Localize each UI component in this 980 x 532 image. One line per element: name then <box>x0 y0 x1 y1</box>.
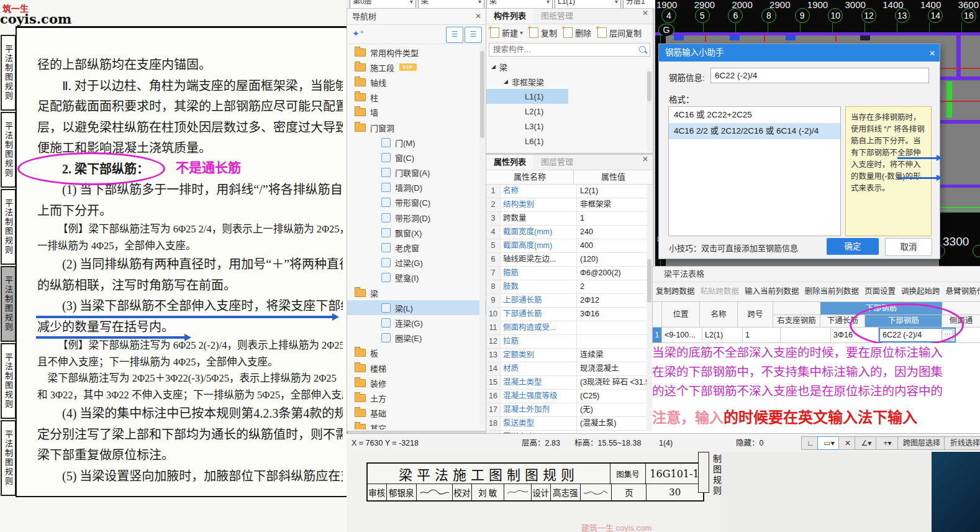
polyline-select-button[interactable]: 折线选择 <box>944 436 980 450</box>
toolbar-button[interactable]: 调换起始跨 <box>901 285 940 296</box>
search-icon[interactable] <box>639 46 646 53</box>
nav-tree-item[interactable]: 基础 <box>347 406 486 421</box>
property-row[interactable]: 2 结构类别 非框架梁 <box>486 198 653 212</box>
nav-tree-item[interactable]: 壁龛(I) <box>347 270 486 285</box>
property-row[interactable]: 12 拉筋 <box>486 335 653 349</box>
nav-tree-item[interactable]: 其它 <box>347 421 486 429</box>
document-side-tab[interactable]: 平法制图规则 <box>1 266 16 342</box>
component-tree-item[interactable]: L2(1) <box>486 104 653 119</box>
detail-view-button[interactable] <box>465 27 482 43</box>
property-row[interactable]: 4 截面宽度(mm) 240 <box>486 226 653 239</box>
toolbar-button[interactable]: 复制 <box>529 27 557 39</box>
dropdown-select[interactable]: L1(1) <box>555 0 621 8</box>
nav-tree-item[interactable]: 楼梯 <box>347 360 486 375</box>
dropdown-select[interactable]: 梁 <box>418 0 484 8</box>
document-side-tab[interactable]: 平法制图规则 <box>1 420 16 496</box>
nav-tree-item[interactable]: 板 <box>347 346 486 360</box>
scrollbar[interactable] <box>647 185 652 431</box>
cell-span[interactable]: 1 <box>743 328 781 342</box>
property-row[interactable]: 15 混凝土类型 (3现浇砼 碎石 <31.5... <box>486 376 653 390</box>
toolbar-button[interactable]: 层间复制 <box>597 27 642 39</box>
document-side-tab[interactable]: 平法制图规则 <box>1 343 16 419</box>
close-icon[interactable] <box>929 45 935 62</box>
nav-tree-item[interactable]: 柱 <box>347 90 486 105</box>
scrollbar[interactable] <box>479 46 485 428</box>
nav-tree-item[interactable]: 窗(C) <box>347 150 486 165</box>
close-icon[interactable] <box>475 9 481 24</box>
component-tree-item[interactable]: 梁 <box>486 59 653 74</box>
rebar-info-input[interactable] <box>710 68 929 83</box>
property-row[interactable]: 3 跨数量 1 <box>486 212 653 226</box>
property-row[interactable]: 17 混凝土外加剂 (无) <box>486 403 653 417</box>
tab-component-list[interactable]: 构件列表 <box>486 9 533 24</box>
nav-tree-item[interactable]: 土方 <box>347 390 486 405</box>
property-row[interactable]: 18 泵送类型 (混凝土泵) <box>486 417 653 431</box>
cell-name[interactable]: L2(1) <box>702 328 743 342</box>
nav-tree-item[interactable]: 轴线 <box>347 75 486 89</box>
format-option[interactable]: 4C16 2/2 或 2C12/2C16 或 6C14 (-2)/4 <box>669 123 840 139</box>
component-tree-item[interactable]: L6(1) <box>486 134 653 149</box>
nav-tree-item[interactable]: 圈梁(E) <box>347 331 486 346</box>
property-row[interactable]: 11 侧面构造或受... <box>486 321 653 335</box>
search-input[interactable] <box>489 43 650 57</box>
nav-tree-item[interactable]: 连梁(G) <box>347 315 486 330</box>
document-side-tab[interactable]: 平法制图规则 <box>1 112 16 188</box>
property-row[interactable]: 9 上部通长筋 2Φ12 <box>486 294 653 308</box>
nav-tree-item[interactable]: 老虎窗 <box>347 240 486 255</box>
nav-tree-item[interactable]: 飘窗(X) <box>347 225 486 240</box>
tab-drawing-management[interactable]: 图纸管理 <box>533 9 581 24</box>
list-view-button[interactable] <box>446 27 463 43</box>
component-tree-item[interactable]: L1(1) <box>486 89 568 104</box>
toolbar-button[interactable]: 新建 <box>490 27 523 39</box>
property-row[interactable]: 8 肢数 2 <box>486 280 653 294</box>
property-row[interactable]: 5 截面高度(mm) 400 <box>486 239 653 253</box>
property-row[interactable]: 7 箍筋 Φ6@200(2) <box>486 267 653 280</box>
property-row[interactable]: 6 轴线距梁左边... (120) <box>486 253 653 267</box>
toolbar-button[interactable]: 悬臂钢筋代号 <box>946 285 980 296</box>
nav-tree-item[interactable]: 装修 <box>347 375 486 390</box>
nav-tree-item[interactable]: 门联窗(A) <box>347 165 486 180</box>
document-side-tab[interactable]: 平法制图规则 <box>1 35 16 111</box>
tab-layer-management[interactable]: 图层管理 <box>533 155 581 170</box>
dialog-titlebar[interactable]: 钢筋输入小助手 <box>659 44 940 62</box>
nav-tree-item[interactable]: 门(M) <box>347 135 486 150</box>
nav-tree-item[interactable]: 梁(L) <box>347 300 486 315</box>
nav-tree-item[interactable]: 带形窗(C) <box>347 195 486 210</box>
cross-layer-select-button[interactable]: 跨图层选择 <box>897 436 946 450</box>
rect-select-button[interactable]: ▭▾ <box>817 436 841 450</box>
nav-tree-item[interactable]: 墙 <box>347 105 486 120</box>
toolbar-button[interactable]: 输入当前列数据 <box>745 285 799 296</box>
nav-tree-item[interactable]: 常用构件类型 <box>347 45 486 60</box>
property-row[interactable]: 14 材质 现浇混凝土 <box>486 362 653 376</box>
close-icon[interactable] <box>642 9 648 17</box>
property-row[interactable]: 10 下部通长筋 3Φ16 <box>486 308 653 321</box>
dropdown-select[interactable]: 梁 <box>486 0 553 8</box>
toolbar-button[interactable]: 删除 <box>563 27 591 39</box>
nav-tree-item[interactable]: 过梁(G) <box>347 255 486 270</box>
cell-position[interactable]: <9-100... <box>662 328 702 342</box>
property-row[interactable]: 16 混凝土强度等级 (C25) <box>486 390 653 403</box>
property-row[interactable]: 1 名称 L2(1) <box>486 185 653 198</box>
close-icon[interactable] <box>642 155 648 163</box>
add-tool-button[interactable]: +▾ <box>876 436 899 450</box>
nav-tree-item[interactable]: 墙洞(D) <box>347 180 486 195</box>
toolbar-button[interactable]: 删除当前列数据 <box>805 285 860 296</box>
nav-tree-item[interactable]: 门窗洞 <box>347 120 486 135</box>
property-row[interactable]: 13 定额类别 连续梁 <box>486 349 653 362</box>
tab-property-list[interactable]: 属性列表 <box>486 155 533 170</box>
cancel-button[interactable]: 取消 <box>885 238 932 256</box>
ok-button[interactable]: 确定 <box>827 238 879 255</box>
dropdown-select[interactable]: 第0层 <box>350 0 416 8</box>
nav-tree-item[interactable]: 施工段 VIP <box>347 60 486 75</box>
toolbar-button[interactable]: 复制跨数据 <box>656 285 695 296</box>
angle-tool-button[interactable]: ∠▾ <box>855 436 878 450</box>
format-option[interactable]: 4C16 或 2C22+2C25 <box>669 107 840 123</box>
toolbar-button[interactable]: 粘贴跨数据 <box>701 285 740 296</box>
component-tree-item[interactable]: 非框架梁 <box>486 74 653 89</box>
toolbar-button[interactable]: 页面设置 <box>864 285 896 296</box>
cell-right-support[interactable] <box>781 328 831 342</box>
nav-tree-item[interactable]: 梁 <box>347 285 486 300</box>
component-tree-item[interactable]: L3(1) <box>486 119 653 134</box>
scrollbar[interactable] <box>647 68 652 151</box>
nav-tree-item[interactable]: 带形洞(D) <box>347 210 486 225</box>
